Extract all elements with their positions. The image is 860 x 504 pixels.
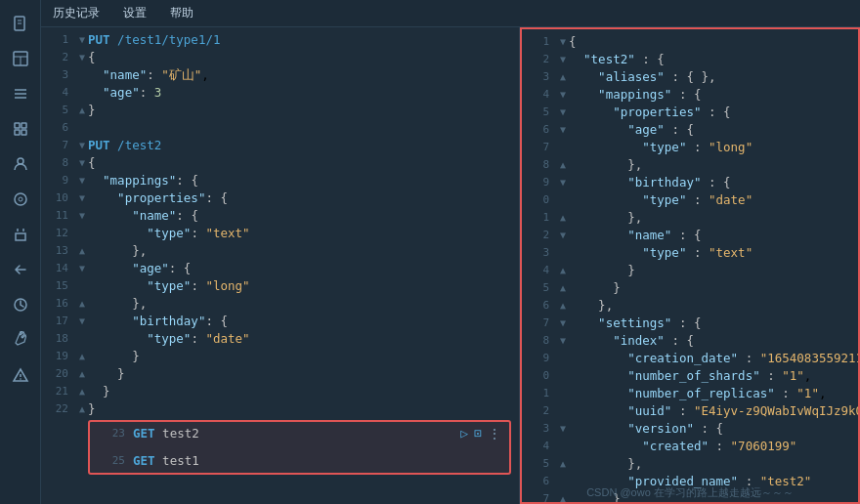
r-line-20: 0 "number_of_shards" : "1",	[522, 367, 858, 385]
line-num-18: 18	[41, 330, 76, 348]
svg-rect-10	[22, 123, 26, 128]
r-line-14: 4 ▲ }	[522, 262, 858, 279]
r-num-11: 1	[522, 209, 557, 227]
sidebar-icon-plugin[interactable]	[5, 219, 36, 250]
svg-point-13	[18, 158, 23, 164]
code-line-7: 7 ▼ PUT /test2	[41, 137, 519, 154]
get-test2-linenum: 23	[98, 423, 133, 444]
r-line-13: 3 "type" : "text"	[522, 244, 858, 262]
sidebar-icon-layout[interactable]	[5, 43, 36, 74]
r-line-11: 1 ▲ },	[522, 209, 858, 227]
line-ind-5: ▲	[76, 102, 88, 119]
left-editor: 1 ▼ PUT /test1/type1/1 2 ▼ { 3 "name": "…	[41, 27, 520, 504]
code-line-5: 5 ▲ }	[41, 102, 519, 119]
r-ind-6: ▼	[557, 121, 569, 139]
line-ind-17: ▼	[76, 313, 88, 330]
r-line-10: 0 "type" : "date"	[522, 191, 858, 209]
line-code-1: PUT /test1/type1/1	[88, 31, 519, 49]
code-line-9: 9 ▼ "mappings": {	[41, 172, 519, 189]
run-icon[interactable]: ▷	[460, 423, 468, 444]
sidebar-icon-wrench[interactable]	[5, 184, 36, 215]
line-ind-19: ▲	[76, 348, 88, 365]
line-ind-2: ▼	[76, 49, 88, 66]
line-ind-16: ▲	[76, 295, 88, 313]
r-ind-8: ▲	[557, 156, 569, 174]
sidebar-icon-user[interactable]	[5, 148, 36, 180]
line-ind-1: ▼	[76, 31, 88, 49]
r-code-27: }	[569, 490, 858, 502]
line-num-20: 20	[41, 365, 76, 383]
r-line-5: 5 ▼ "properties" : {	[522, 104, 858, 121]
r-num-16: 6	[522, 297, 557, 315]
code-line-4: 4 "age": 3	[41, 84, 519, 102]
r-line-17: 7 ▼ "settings" : {	[522, 315, 858, 332]
r-num-7: 7	[522, 139, 557, 156]
svg-point-14	[15, 193, 26, 205]
line-code-15: "type": "long"	[88, 277, 519, 295]
menu-help[interactable]: 帮助	[166, 3, 197, 23]
menu-settings[interactable]: 设置	[119, 3, 150, 23]
code-line-12: 12 "type": "text"	[41, 225, 519, 242]
r-line-8: 8 ▲ },	[522, 156, 858, 174]
r-ind-14: ▲	[557, 262, 569, 279]
r-code-5: "properties" : {	[569, 104, 858, 121]
r-ind-18: ▼	[557, 332, 569, 350]
line-ind-10: ▼	[76, 189, 88, 207]
r-num-23: 3	[522, 420, 557, 438]
r-num-9: 9	[522, 174, 557, 191]
line-num-19: 19	[41, 348, 76, 365]
link-icon[interactable]: ⊡	[474, 423, 482, 444]
line-num-7: 7	[41, 137, 76, 154]
main-area: 历史记录 设置 帮助 1 ▼ PUT /test1/type1/1 2 ▼ {	[41, 0, 860, 504]
line-code-20: }	[88, 365, 519, 383]
line-ind-20: ▲	[76, 365, 88, 383]
line-ind-8: ▼	[76, 154, 88, 172]
r-line-15: 5 ▲ }	[522, 279, 858, 297]
r-ind-12: ▼	[557, 227, 569, 244]
line-code-5: }	[88, 102, 519, 119]
r-code-23: "version" : {	[569, 420, 858, 438]
r-num-26: 6	[522, 473, 557, 490]
right-panel: 1 ▼ { 2 ▼ "test2" : { 3 ▲ "aliases" : { …	[520, 27, 860, 504]
r-num-17: 7	[522, 315, 557, 332]
line-code-13: },	[88, 242, 519, 260]
r-line-4: 4 ▼ "mappings" : {	[522, 86, 858, 104]
right-content[interactable]: 1 ▼ { 2 ▼ "test2" : { 3 ▲ "aliases" : { …	[522, 29, 858, 502]
sidebar-icon-build[interactable]	[5, 113, 36, 145]
sidebar-icon-arrow[interactable]	[5, 254, 36, 285]
line-num-15: 15	[41, 277, 76, 295]
code-line-18: 18 "type": "date"	[41, 330, 519, 348]
r-line-1: 1 ▼ {	[522, 33, 858, 51]
sidebar-icon-tool[interactable]	[5, 324, 36, 356]
get-test2-line[interactable]: 23 GET test2 ▷ ⊡ ⋮	[90, 422, 509, 445]
r-num-15: 5	[522, 279, 557, 297]
r-num-10: 0	[522, 191, 557, 209]
sidebar-icon-clock[interactable]	[5, 289, 36, 320]
more-icon[interactable]: ⋮	[488, 423, 501, 444]
r-line-2: 2 ▼ "test2" : {	[522, 51, 858, 68]
r-num-6: 6	[522, 121, 557, 139]
sidebar-icon-file[interactable]	[5, 8, 36, 39]
sidebar-icon-alert[interactable]	[5, 359, 36, 391]
r-code-6: "age" : {	[569, 121, 858, 139]
menu-history[interactable]: 历史记录	[49, 3, 104, 23]
line-num-14: 14	[41, 260, 76, 277]
get-commands-box: 23 GET test2 ▷ ⊡ ⋮ 25 GET test1	[88, 420, 511, 475]
line-ind-21: ▲	[76, 383, 88, 400]
left-editor-content[interactable]: 1 ▼ PUT /test1/type1/1 2 ▼ { 3 "name": "…	[41, 27, 519, 504]
code-line-15: 15 "type": "long"	[41, 277, 519, 295]
r-num-2: 2	[522, 51, 557, 68]
line-num-8: 8	[41, 154, 76, 172]
sidebar-icon-list[interactable]	[5, 78, 36, 109]
line-ind-11: ▼	[76, 207, 88, 225]
r-code-10: "type" : "date"	[569, 191, 858, 209]
line-num-21: 21	[41, 383, 76, 400]
code-line-8: 8 ▼ {	[41, 154, 519, 172]
r-line-6: 6 ▼ "age" : {	[522, 121, 858, 139]
r-code-14: }	[569, 262, 858, 279]
get-test1-line[interactable]: 25 GET test1	[90, 449, 509, 473]
line-num-6: 6	[41, 119, 76, 137]
get-test2-code: GET test2	[133, 423, 199, 444]
code-line-2: 2 ▼ {	[41, 49, 519, 66]
r-code-1: {	[569, 33, 858, 51]
